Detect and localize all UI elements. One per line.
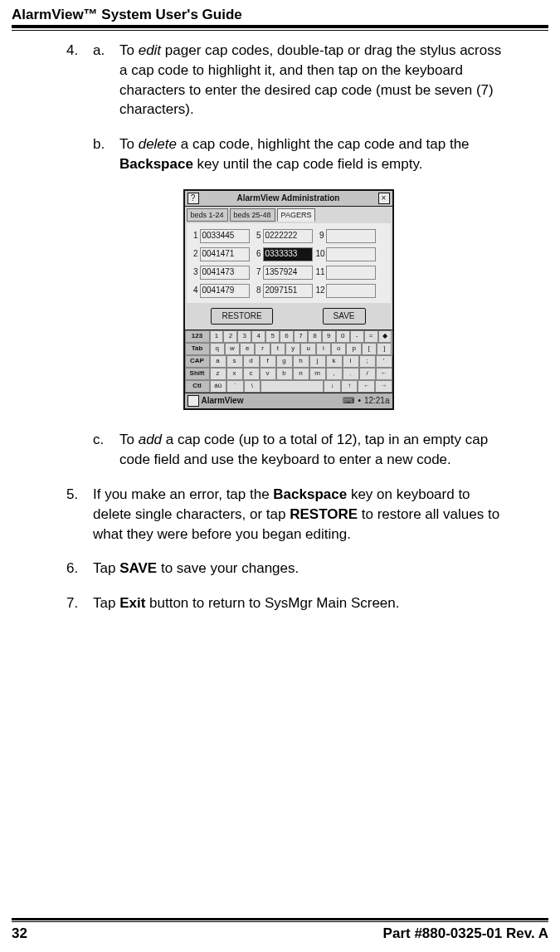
- tab-beds-1-24[interactable]: beds 1-24: [187, 208, 228, 222]
- kbd-key[interactable]: o: [331, 343, 346, 355]
- tab-pagers[interactable]: PAGERS: [277, 208, 316, 222]
- kbd-key[interactable]: v: [260, 368, 276, 380]
- kbd-key[interactable]: -: [350, 330, 364, 343]
- kbd-key[interactable]: \: [244, 380, 261, 393]
- kbd-key[interactable]: ,: [326, 368, 343, 380]
- kbd-key[interactable]: r: [255, 343, 270, 355]
- kbd-key[interactable]: u: [300, 343, 315, 355]
- step-4b: b. To delete a cap code, highlight the c…: [66, 134, 510, 174]
- kbd-key[interactable]: áü: [210, 380, 227, 393]
- tab-beds-25-48[interactable]: beds 25-48: [230, 208, 275, 222]
- kbd-key[interactable]: z: [210, 368, 226, 380]
- restore-button[interactable]: RESTORE: [211, 308, 272, 325]
- capcode-field-selected[interactable]: 0333333: [263, 247, 313, 261]
- capcode-field[interactable]: [326, 247, 376, 261]
- kbd-key[interactable]: q: [210, 343, 225, 355]
- kbd-key[interactable]: =: [364, 330, 378, 343]
- kbd-key[interactable]: j: [309, 355, 326, 368]
- substep-marker: c.: [93, 430, 119, 470]
- kbd-arrow-up-icon[interactable]: ↑: [341, 380, 358, 393]
- capcode-field[interactable]: [326, 266, 376, 280]
- step-6-text: Tap SAVE to save your changes.: [93, 559, 510, 579]
- save-button[interactable]: SAVE: [323, 308, 366, 325]
- kbd-key[interactable]: 2: [223, 330, 237, 343]
- kbd-key[interactable]: .: [343, 368, 359, 380]
- capcode-field[interactable]: [326, 284, 376, 298]
- kbd-key[interactable]: x: [226, 368, 243, 380]
- kbd-arrow-left-icon[interactable]: ←: [358, 380, 375, 393]
- step-number: 4.: [66, 41, 93, 120]
- kbd-key[interactable]: f: [260, 355, 276, 368]
- text: To: [119, 432, 139, 447]
- text: To: [119, 42, 139, 58]
- kbd-key[interactable]: m: [309, 368, 326, 380]
- device-title-text: AlarmView Administration: [202, 193, 375, 204]
- tray-separator: •: [358, 395, 361, 407]
- kbd-key[interactable]: e: [240, 343, 255, 355]
- kbd-space[interactable]: [261, 380, 324, 393]
- kbd-key[interactable]: ': [376, 355, 392, 368]
- capcode-field[interactable]: 0222222: [263, 229, 313, 243]
- step-6: 6. Tap SAVE to save your changes.: [66, 559, 510, 579]
- taskbar-clock: 12:21a: [364, 395, 390, 407]
- kbd-key[interactable]: 4: [251, 330, 265, 343]
- capcode-field[interactable]: [326, 229, 376, 243]
- kbd-key[interactable]: [: [362, 343, 377, 355]
- kbd-ctl[interactable]: Ctl: [185, 380, 210, 393]
- kbd-key[interactable]: 7: [294, 330, 308, 343]
- kbd-key[interactable]: b: [276, 368, 293, 380]
- kbd-key[interactable]: ;: [359, 355, 376, 368]
- kbd-key[interactable]: 1: [210, 330, 224, 343]
- kbd-key[interactable]: w: [225, 343, 240, 355]
- kbd-key[interactable]: 0: [336, 330, 350, 343]
- kbd-key[interactable]: /: [359, 368, 376, 380]
- kbd-key[interactable]: ◆: [378, 330, 392, 343]
- on-screen-keyboard[interactable]: 123 1 2 3 4 5 6 7 8 9 0 - = ◆: [185, 330, 392, 393]
- kbd-key[interactable]: h: [293, 355, 309, 368]
- kbd-shift[interactable]: Shift: [185, 368, 210, 380]
- capcode-field[interactable]: 2097151: [263, 284, 313, 298]
- capcode-field[interactable]: 0041473: [200, 266, 250, 280]
- kbd-arrow-right-icon[interactable]: →: [375, 380, 392, 393]
- kbd-key[interactable]: 6: [280, 330, 294, 343]
- keyboard-tray-icon[interactable]: ⌨: [343, 395, 354, 407]
- kbd-cap[interactable]: CAP: [185, 355, 210, 368]
- close-icon[interactable]: ×: [378, 193, 390, 204]
- kbd-key[interactable]: d: [243, 355, 260, 368]
- kbd-key[interactable]: k: [326, 355, 343, 368]
- kbd-key[interactable]: `: [226, 380, 244, 393]
- text: a cap code, highlight the cap code and t…: [177, 136, 470, 152]
- kbd-key[interactable]: s: [226, 355, 243, 368]
- kbd-backspace[interactable]: ←: [376, 368, 392, 380]
- device-screenshot: ? AlarmView Administration × beds 1-24 b…: [183, 189, 394, 411]
- kbd-key[interactable]: 9: [322, 330, 336, 343]
- kbd-key[interactable]: t: [270, 343, 285, 355]
- taskbar-app-name[interactable]: AlarmView: [202, 395, 244, 407]
- kbd-key[interactable]: 5: [265, 330, 280, 343]
- kbd-key[interactable]: p: [346, 343, 361, 355]
- text: Tap: [93, 595, 119, 611]
- help-icon[interactable]: ?: [187, 193, 199, 204]
- kbd-key[interactable]: n: [293, 368, 309, 380]
- kbd-key[interactable]: 8: [308, 330, 322, 343]
- kbd-key[interactable]: g: [276, 355, 293, 368]
- cell-index: 4: [190, 285, 198, 296]
- text: Tap: [93, 560, 119, 576]
- kbd-tab[interactable]: Tab: [185, 343, 210, 355]
- kbd-key[interactable]: 3: [237, 330, 251, 343]
- text-bold: Backspace: [273, 486, 347, 502]
- capcode-field[interactable]: 0033445: [200, 229, 250, 243]
- kbd-key[interactable]: a: [210, 355, 226, 368]
- kbd-key[interactable]: y: [285, 343, 300, 355]
- kbd-key[interactable]: l: [343, 355, 359, 368]
- start-icon[interactable]: [187, 395, 199, 407]
- kbd-key[interactable]: ]: [377, 343, 392, 355]
- kbd-arrow-down-icon[interactable]: ↓: [324, 380, 341, 393]
- cell-index: 7: [253, 266, 261, 278]
- kbd-mode-123[interactable]: 123: [185, 330, 210, 343]
- capcode-field[interactable]: 0041479: [200, 284, 250, 298]
- capcode-field[interactable]: 1357924: [263, 266, 313, 280]
- kbd-key[interactable]: i: [316, 343, 331, 355]
- capcode-field[interactable]: 0041471: [200, 247, 250, 261]
- kbd-key[interactable]: c: [243, 368, 260, 380]
